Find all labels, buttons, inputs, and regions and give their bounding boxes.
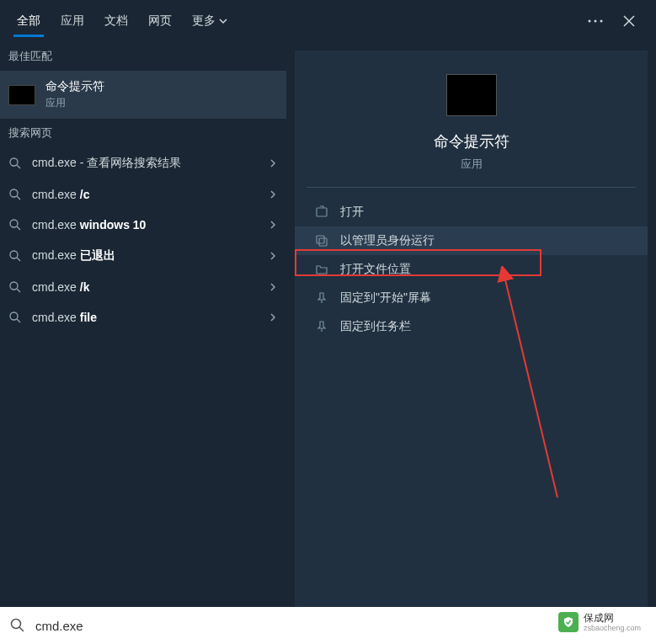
svg-point-7 <box>10 220 18 227</box>
svg-point-9 <box>10 251 18 258</box>
more-options-button[interactable] <box>585 11 605 31</box>
search-icon <box>8 218 22 232</box>
svg-point-19 <box>12 620 21 629</box>
svg-rect-16 <box>317 236 324 243</box>
svg-line-12 <box>17 289 20 292</box>
watermark: 保成网 zsbaocheng.com <box>555 609 648 636</box>
chevron-right-icon <box>268 158 278 168</box>
svg-line-10 <box>17 258 20 261</box>
open-icon <box>315 205 328 219</box>
chevron-right-icon <box>268 220 278 230</box>
tab-apps[interactable]: 应用 <box>51 5 94 37</box>
chevron-right-icon <box>268 251 278 261</box>
svg-point-5 <box>10 189 18 197</box>
tab-docs[interactable]: 文档 <box>94 5 138 37</box>
svg-line-4 <box>17 165 20 168</box>
svg-line-6 <box>17 196 20 200</box>
chevron-right-icon <box>268 189 278 200</box>
search-icon <box>8 188 22 201</box>
close-button[interactable] <box>619 11 639 31</box>
shield-icon <box>558 612 579 632</box>
search-icon <box>10 618 25 633</box>
svg-point-3 <box>10 158 18 166</box>
svg-point-13 <box>10 312 18 320</box>
best-match-item[interactable]: 命令提示符 应用 <box>0 71 286 119</box>
svg-line-14 <box>17 319 20 322</box>
search-result-item[interactable]: cmd.exe /c <box>0 179 286 210</box>
search-icon <box>8 157 22 170</box>
svg-line-20 <box>19 627 24 631</box>
results-panel: 最佳匹配 命令提示符 应用 搜索网页 cmd.exe - 查看网络搜索结果 cm… <box>0 42 286 607</box>
svg-point-1 <box>595 20 597 23</box>
section-best-match: 最佳匹配 <box>0 42 286 71</box>
pin-taskbar-icon <box>315 320 328 333</box>
folder-icon <box>315 263 328 276</box>
search-icon <box>8 311 22 324</box>
svg-rect-15 <box>317 208 327 216</box>
svg-point-11 <box>10 282 18 290</box>
ellipsis-icon <box>588 19 603 23</box>
svg-point-2 <box>600 20 603 23</box>
chevron-right-icon <box>268 282 278 292</box>
search-icon <box>8 249 22 263</box>
chevron-down-icon <box>219 17 227 25</box>
search-tabs: 全部 应用 文档 网页 更多 <box>0 0 656 42</box>
tab-all[interactable]: 全部 <box>7 5 51 37</box>
cmd-icon <box>8 85 35 105</box>
svg-rect-17 <box>319 238 327 246</box>
action-pin-taskbar[interactable]: 固定到任务栏 <box>295 312 648 341</box>
best-match-title: 命令提示符 <box>45 79 104 94</box>
best-match-subtitle: 应用 <box>45 96 104 110</box>
close-icon <box>623 15 635 27</box>
action-open-location[interactable]: 打开文件位置 <box>295 255 648 284</box>
search-result-item[interactable]: cmd.exe - 查看网络搜索结果 <box>0 147 286 179</box>
detail-panel: 命令提示符 应用 打开 以管理员身份运行 打开文件位置 固定到"开始"屏幕 <box>295 51 648 607</box>
search-icon <box>8 280 22 294</box>
detail-subtitle: 应用 <box>461 157 483 172</box>
search-result-item[interactable]: cmd.exe windows 10 <box>0 210 286 240</box>
chevron-right-icon <box>268 312 278 322</box>
admin-icon <box>315 234 328 247</box>
search-result-item[interactable]: cmd.exe 已退出 <box>0 240 286 272</box>
action-run-admin[interactable]: 以管理员身份运行 <box>295 226 648 255</box>
detail-title: 命令提示符 <box>434 131 509 152</box>
detail-cmd-icon <box>446 74 497 116</box>
svg-point-0 <box>589 20 591 23</box>
search-result-item[interactable]: cmd.exe /k <box>0 272 286 302</box>
tab-more[interactable]: 更多 <box>182 5 237 37</box>
pin-start-icon <box>315 291 328 305</box>
search-result-item[interactable]: cmd.exe file <box>0 302 286 333</box>
tab-web[interactable]: 网页 <box>138 5 182 37</box>
section-search-web: 搜索网页 <box>0 119 286 147</box>
action-pin-start[interactable]: 固定到"开始"屏幕 <box>295 284 648 312</box>
svg-line-8 <box>17 226 20 230</box>
action-open[interactable]: 打开 <box>295 198 648 226</box>
